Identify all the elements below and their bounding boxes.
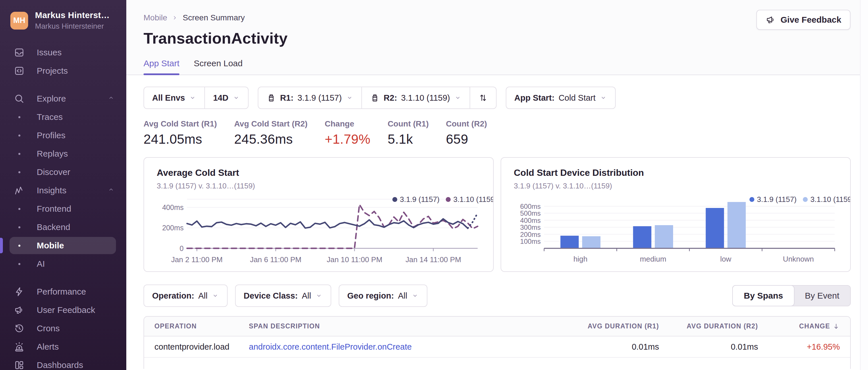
column-header-avg-duration-r1-[interactable]: AVG DURATION (R1) — [570, 317, 670, 336]
toggle-by-event[interactable]: By Event — [794, 286, 850, 306]
device-class-filter[interactable]: Device Class: All — [236, 285, 331, 306]
crons-icon — [13, 323, 25, 334]
user-subtitle: Markus Hintersteiner — [35, 22, 110, 31]
sidebar-item-label: Replays — [37, 149, 68, 159]
svg-text:Jan 6 11:00 PM: Jan 6 11:00 PM — [250, 256, 301, 264]
stat-item-0: Avg Cold Start (R1)241.05ms — [144, 119, 217, 147]
sidebar-item-crons[interactable]: Crons — [0, 319, 126, 338]
device-class-filter-label: Device Class: — [244, 291, 298, 301]
chevron-down-icon — [600, 94, 607, 102]
breadcrumb: Mobile Screen Summary — [144, 13, 851, 22]
stat-value: 659 — [446, 131, 487, 147]
svg-text:400ms: 400ms — [162, 203, 184, 211]
sidebar-item-label: User Feedback — [37, 305, 95, 315]
sidebar-item-frontend[interactable]: Frontend — [0, 200, 126, 218]
breadcrumb-mobile[interactable]: Mobile — [144, 13, 167, 22]
scrollbar-track[interactable] — [860, 0, 868, 370]
geo-region-filter-label: Geo region: — [347, 291, 394, 301]
environment-filter-label: All Envs — [152, 93, 185, 103]
sidebar-item-profiles[interactable]: Profiles — [0, 126, 126, 144]
svg-text:Jan 14 11:00 PM: Jan 14 11:00 PM — [406, 256, 461, 264]
sidebar-item-label: Frontend — [37, 204, 71, 214]
app-start-type-group: App Start: Cold Start — [506, 87, 616, 109]
sidebar-item-explore[interactable]: Explore — [0, 90, 126, 108]
release-icon — [267, 93, 276, 103]
sidebar-item-label: Performance — [37, 287, 86, 297]
column-header-operation[interactable]: OPERATION — [144, 317, 249, 336]
bullet-icon — [19, 263, 20, 265]
app-start-type-filter[interactable]: App Start: Cold Start — [506, 87, 615, 108]
sidebar-item-projects[interactable]: Projects — [0, 62, 126, 80]
app-start-type-label: App Start: — [515, 93, 555, 103]
view-toggle: By Spans By Event — [732, 285, 851, 306]
sort-arrow-down-icon — [832, 323, 840, 330]
geo-region-filter-group: Geo region: All — [339, 284, 427, 307]
cold-start-line-chart: 0200ms400msJan 2 11:00 PMJan 6 11:00 PMJ… — [157, 195, 480, 267]
column-header-change[interactable]: CHANGE — [768, 317, 850, 336]
svg-text:0: 0 — [180, 244, 184, 253]
svg-text:Jan 10 11:00 PM: Jan 10 11:00 PM — [327, 256, 382, 264]
legend-item[interactable]: 3.1.10 (1159) — [446, 195, 494, 204]
device-distribution-card: Cold Start Device Distribution 3.1.9 (11… — [501, 157, 851, 272]
sidebar-item-issues[interactable]: Issues — [0, 43, 126, 62]
swap-arrows-icon — [478, 93, 488, 103]
spans-table: OPERATIONSPAN DESCRIPTIONAVG DURATION (R… — [144, 316, 851, 369]
legend-dot-icon — [392, 197, 397, 202]
stat-value: 5.1k — [388, 131, 429, 147]
sidebar-item-dashboards[interactable]: Dashboards — [0, 356, 126, 370]
release-2-filter[interactable]: R2: 3.1.10 (1159) — [361, 87, 470, 108]
bullet-icon — [19, 245, 20, 247]
swap-releases-button[interactable] — [470, 87, 496, 108]
sidebar-item-traces[interactable]: Traces — [0, 108, 126, 126]
legend-item[interactable]: 3.1.9 (1157) — [749, 195, 797, 204]
legend-item[interactable]: 3.1.10 (1159) — [803, 195, 851, 204]
give-feedback-button[interactable]: Give Feedback — [756, 10, 850, 30]
chevron-up-icon — [107, 94, 115, 104]
page-title: TransactionActivity — [144, 29, 851, 47]
sidebar-item-alerts[interactable]: Alerts — [0, 338, 126, 356]
span-description-link[interactable]: androidx.core.content.FileProvider.onCre… — [249, 342, 412, 351]
tab-app-start[interactable]: App Start — [144, 59, 179, 75]
operation-filter[interactable]: Operation: All — [144, 285, 227, 306]
issues-icon — [13, 47, 25, 58]
chart-legend: 3.1.9 (1157)3.1.10 (1159) — [749, 195, 851, 204]
table-row-partial — [144, 358, 850, 369]
sidebar-item-insights[interactable]: Insights — [0, 181, 126, 200]
legend-item[interactable]: 3.1.9 (1157) — [392, 195, 439, 204]
tab-screen-load[interactable]: Screen Load — [194, 59, 243, 75]
give-feedback-label: Give Feedback — [780, 15, 841, 25]
avg-cold-start-card: Average Cold Start 3.1.9 (1157) v. 3.1.1… — [144, 157, 494, 272]
column-header-span-description[interactable]: SPAN DESCRIPTION — [249, 317, 570, 336]
breadcrumb-screen-summary: Screen Summary — [183, 13, 245, 22]
app-root: MH Markus Hinterst… Markus Hintersteiner… — [0, 0, 868, 370]
chart-subtitle: 3.1.9 (1157) v. 3.1.10…(1159) — [157, 181, 480, 191]
operation-filter-label: Operation: — [152, 291, 194, 301]
svg-text:600ms: 600ms — [520, 202, 541, 210]
avatar: MH — [10, 12, 28, 30]
geo-region-filter[interactable]: Geo region: All — [339, 285, 427, 306]
column-header-avg-duration-r2-[interactable]: AVG DURATION (R2) — [670, 317, 768, 336]
table-header: OPERATIONSPAN DESCRIPTIONAVG DURATION (R… — [144, 317, 850, 336]
release-1-filter[interactable]: R1: 3.1.9 (1157) — [258, 87, 361, 108]
sidebar-item-mobile[interactable]: Mobile — [0, 236, 126, 255]
sidebar-item-user-feedback[interactable]: User Feedback — [0, 301, 126, 319]
chevron-down-icon — [346, 94, 353, 102]
chevron-down-icon — [189, 94, 196, 102]
date-range-filter[interactable]: 14D — [205, 87, 248, 108]
environment-filter[interactable]: All Envs — [144, 87, 205, 108]
sidebar-item-ai[interactable]: AI — [0, 255, 126, 273]
stat-item-1: Avg Cold Start (R2)245.36ms — [234, 119, 308, 147]
date-range-label: 14D — [213, 93, 228, 103]
svg-text:high: high — [574, 255, 588, 263]
toggle-by-spans[interactable]: By Spans — [732, 285, 795, 306]
sidebar-item-label: AI — [37, 259, 45, 269]
sidebar-item-discover[interactable]: Discover — [0, 163, 126, 181]
sidebar-item-label: Backend — [37, 222, 70, 232]
sidebar-item-replays[interactable]: Replays — [0, 144, 126, 163]
sidebar-item-backend[interactable]: Backend — [0, 218, 126, 236]
sidebar-item-performance[interactable]: Performance — [0, 282, 126, 301]
bullet-icon — [19, 116, 20, 118]
user-menu[interactable]: MH Markus Hinterst… Markus Hintersteiner — [10, 10, 126, 31]
svg-text:200ms: 200ms — [162, 224, 184, 232]
chevron-down-icon — [212, 292, 219, 299]
